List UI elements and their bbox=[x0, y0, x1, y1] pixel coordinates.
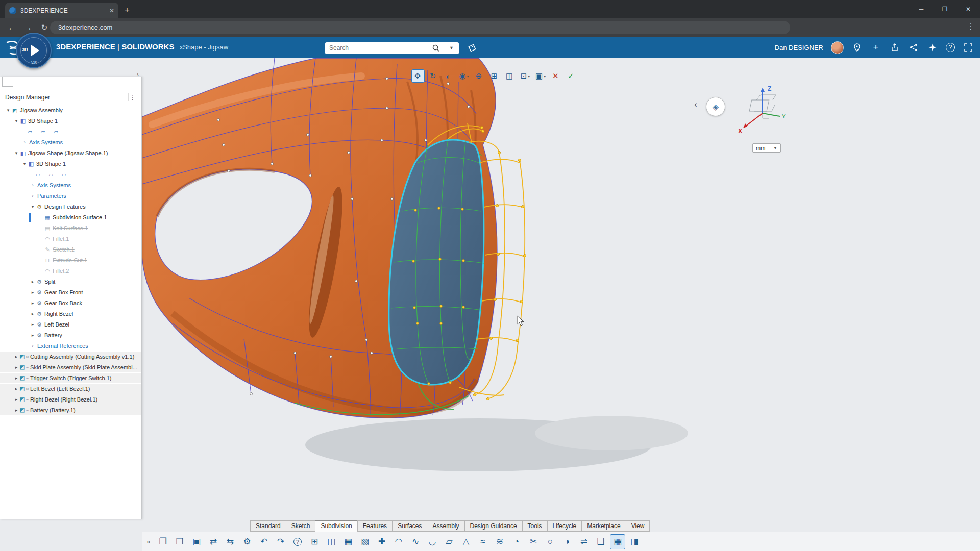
browser-menu-button[interactable]: ⋮ bbox=[966, 22, 976, 31]
tree-item-external-references[interactable]: › External References bbox=[0, 341, 141, 352]
viewport-tool-grid-snap[interactable]: ⊞ bbox=[488, 69, 501, 83]
tab[interactable]: Sketch bbox=[286, 520, 316, 532]
tree-item-parameters[interactable]: › Parameters bbox=[0, 191, 141, 202]
maximize-button[interactable]: ❐ bbox=[933, 0, 957, 18]
tree-item-jigsaw-shape[interactable]: ▾ Jigsaw Shape (Jigsaw Shape.1) bbox=[0, 148, 141, 159]
units-dropdown[interactable]: mm ▼ bbox=[752, 143, 781, 153]
viewport-tool-select-navigate-tool[interactable]: ✥ bbox=[411, 69, 425, 83]
expand-arrow-icon[interactable]: ▾ bbox=[30, 202, 36, 212]
action-tool-refresh-sync[interactable]: ⇄ bbox=[206, 534, 221, 549]
tag-icon[interactable] bbox=[466, 42, 478, 54]
viewport-tool-commit-ok[interactable]: ✓ bbox=[565, 69, 578, 83]
action-tool-datum-point[interactable]: ✚ bbox=[374, 534, 389, 549]
back-button[interactable]: ← bbox=[6, 22, 17, 33]
viewport-tool-remove-feature[interactable]: ✕ bbox=[549, 69, 562, 83]
tree-item-gear-box-back[interactable]: ▸ Gear Box Back bbox=[0, 298, 141, 309]
tree-item-3d-shape-1-inner[interactable]: ▾ 3D Shape 1 bbox=[0, 159, 141, 169]
reload-button[interactable]: ↻ bbox=[39, 22, 50, 33]
network-share-icon[interactable] bbox=[908, 42, 919, 53]
tab[interactable]: Assembly bbox=[427, 520, 464, 532]
help-icon[interactable]: ? bbox=[946, 43, 955, 52]
add-content-icon[interactable]: + bbox=[870, 42, 881, 53]
tree-item-trigger-switch[interactable]: ▸ Trigger Switch (Trigger Switch.1) bbox=[0, 373, 141, 384]
tree-display-toggle[interactable]: ≡ bbox=[2, 77, 13, 87]
tree-item-skid-plate-assembly[interactable]: ▸ Skid Plate Assembly (Skid Plate Assemb… bbox=[0, 362, 141, 373]
tree-item-axis-systems[interactable]: › Axis Systems bbox=[0, 137, 141, 148]
tree-item-right-bezel[interactable]: ▸ Right Bezel bbox=[0, 309, 141, 319]
expand-arrow-icon[interactable]: ▸ bbox=[13, 352, 19, 362]
tab[interactable]: Design Guidance bbox=[464, 520, 523, 532]
tree-item-cutting-assembly[interactable]: ▸ Cutting Assembly (Cutting Assembly v1.… bbox=[0, 352, 141, 362]
view-triad[interactable]: Z X Y bbox=[736, 83, 792, 136]
viewport-tool-measure-tool[interactable]: ⊕ bbox=[473, 69, 486, 83]
assistant-icon[interactable] bbox=[927, 42, 938, 53]
search-input[interactable] bbox=[325, 44, 431, 52]
action-tool-box-cage[interactable]: ❑ bbox=[593, 534, 608, 549]
viewport-tool-refresh-view[interactable]: ↻ bbox=[427, 69, 440, 83]
address-bar[interactable]: 3dexperience.com bbox=[50, 21, 790, 34]
tree-item-3d-shape-1[interactable]: ▾ 3D Shape 1 bbox=[0, 116, 141, 127]
action-tool-export-view[interactable]: ▧ bbox=[357, 534, 373, 549]
search-scope-dropdown[interactable]: ▼ bbox=[444, 42, 459, 54]
tree-item-extrude-cut-1[interactable]: Extrude-Cut.1 bbox=[0, 255, 141, 266]
action-tool-mirror[interactable]: ⇌ bbox=[576, 534, 592, 549]
new-tab-button[interactable]: + bbox=[125, 5, 130, 15]
expand-arrow-icon[interactable]: ▸ bbox=[13, 405, 19, 416]
tree-item-knit-surface-1[interactable]: Knit Surface.1 bbox=[0, 223, 141, 234]
action-tool-redo[interactable]: ↷ bbox=[273, 534, 288, 549]
action-tool-save[interactable]: ▣ bbox=[189, 534, 204, 549]
3dexperience-compass-logo[interactable]: 3D V,R bbox=[16, 33, 52, 68]
avatar[interactable] bbox=[831, 41, 844, 54]
action-bar-collapse-icon[interactable]: « bbox=[144, 538, 153, 545]
expand-arrow-icon[interactable]: ▸ bbox=[13, 362, 19, 373]
fullscreen-icon[interactable] bbox=[963, 42, 974, 53]
tree-item-right-bezel-instance[interactable]: ▸ Right Bezel (Right Bezel.1) bbox=[0, 394, 141, 405]
tree-item-design-features[interactable]: ▾ Design Features bbox=[0, 202, 141, 212]
action-tool-trim[interactable]: ✂ bbox=[526, 534, 541, 549]
close-tab-icon[interactable]: ✕ bbox=[109, 7, 114, 14]
tree-item-battery-instance[interactable]: ▸ Battery (Battery.1) bbox=[0, 405, 141, 416]
action-tool-import-export[interactable]: ⇆ bbox=[223, 534, 238, 549]
minimize-button[interactable]: ─ bbox=[910, 0, 933, 18]
action-tool-design-table[interactable]: ⊞ bbox=[307, 534, 322, 549]
expand-arrow-icon[interactable]: ▾ bbox=[5, 105, 11, 116]
action-tool-shell[interactable]: ◔ bbox=[509, 534, 524, 549]
expand-arrow-icon[interactable]: ▸ bbox=[13, 373, 19, 384]
action-tool-subdivision-cage[interactable]: ▦ bbox=[610, 534, 625, 549]
action-tool-revolve[interactable]: ○ bbox=[543, 534, 558, 549]
expand-arrow-icon[interactable]: ▸ bbox=[13, 384, 19, 394]
browser-tab[interactable]: 3DEXPERIENCE ✕ bbox=[5, 3, 118, 18]
action-tool-paste-special[interactable]: ❒ bbox=[172, 534, 187, 549]
action-tool-bom-table[interactable]: ▦ bbox=[340, 534, 356, 549]
tab[interactable]: Tools bbox=[522, 520, 548, 532]
close-window-button[interactable]: ✕ bbox=[957, 0, 980, 18]
panel-collapse-icon[interactable]: ‹ bbox=[134, 70, 142, 79]
tree-item-split[interactable]: ▸ Split bbox=[0, 277, 141, 287]
forward-button[interactable]: → bbox=[22, 22, 34, 33]
action-tool-convert-geometry[interactable]: ◨ bbox=[627, 534, 642, 549]
expand-arrow-icon[interactable]: › bbox=[30, 341, 36, 352]
tab[interactable]: Marketplace bbox=[581, 520, 626, 532]
3d-canvas[interactable] bbox=[142, 58, 980, 532]
expand-arrow-icon[interactable]: ▸ bbox=[30, 330, 36, 341]
expand-arrow-icon[interactable]: › bbox=[30, 180, 36, 191]
viewport-tool-shaded-mode[interactable]: ◐ bbox=[442, 69, 455, 83]
action-tool-help[interactable]: ? bbox=[290, 534, 305, 549]
action-tool-spline[interactable]: ∿ bbox=[408, 534, 423, 549]
tree-item-jigsaw-assembly[interactable]: ▾ Jigsaw Assembly bbox=[0, 105, 141, 116]
view-compass-button[interactable]: ◈ bbox=[706, 97, 725, 116]
tab[interactable]: Features bbox=[357, 520, 393, 532]
tree-item-gear-box-front[interactable]: ▸ Gear Box Front bbox=[0, 287, 141, 298]
tree-item-battery[interactable]: ▸ Battery bbox=[0, 330, 141, 341]
tree-item-left-bezel[interactable]: ▸ Left Bezel bbox=[0, 319, 141, 330]
action-tool-thicken[interactable]: ◑ bbox=[559, 534, 575, 549]
expand-arrow-icon[interactable]: › bbox=[30, 191, 36, 202]
tree-item-left-bezel-instance[interactable]: ▸ Left Bezel (Left Bezel.1) bbox=[0, 384, 141, 394]
action-tool-primitive-box[interactable]: ◫ bbox=[324, 534, 339, 549]
user-name[interactable]: Dan DESIGNER bbox=[775, 44, 823, 52]
tree-item-reference-planes[interactable] bbox=[0, 127, 141, 137]
action-tool-undo[interactable]: ↶ bbox=[256, 534, 272, 549]
expand-arrow-icon[interactable]: ▸ bbox=[30, 298, 36, 309]
previous-view-button[interactable]: ‹ bbox=[690, 99, 701, 110]
search-icon[interactable] bbox=[431, 43, 440, 53]
